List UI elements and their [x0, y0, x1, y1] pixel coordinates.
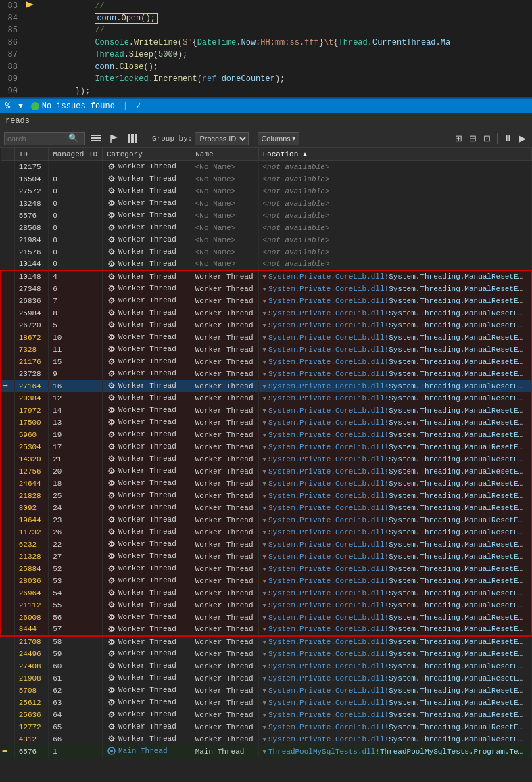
table-row[interactable]: 2740860Worker ThreadWorker Thread▼System… [1, 660, 531, 672]
current-thread-arrow-icon: ➡ [3, 381, 8, 392]
table-row[interactable]: 219840Worker Thread<No Name><not availab… [1, 234, 531, 246]
table-row[interactable]: 1867210Worker ThreadWorker Thread▼System… [1, 331, 531, 344]
table-row[interactable]: 1964423Worker ThreadWorker Thread▼System… [1, 514, 531, 526]
table-row[interactable]: 132480Worker Thread<No Name><not availab… [1, 198, 531, 210]
flag-button[interactable] [107, 132, 122, 145]
location-cell: ▼System.Private.CoreLib.dll!System.Threa… [258, 526, 531, 538]
managed-id-cell: 24 [49, 502, 103, 514]
table-row[interactable]: 259848Worker ThreadWorker Thread▼System.… [1, 307, 531, 319]
table-row[interactable]: 101440Worker Thread<No Name><not availab… [1, 258, 531, 271]
table-row[interactable]: ➡2716416Worker ThreadWorker Thread▼Syste… [1, 380, 531, 392]
category-cell: Worker Thread [103, 478, 191, 488]
table-row[interactable]: 215760Worker Thread<No Name><not availab… [1, 246, 531, 258]
row-indicator-cell [1, 697, 14, 709]
table-row[interactable]: 2190861Worker ThreadWorker Thread▼System… [1, 672, 531, 685]
table-row[interactable]: 2696454Worker ThreadWorker Thread▼System… [1, 587, 531, 599]
thread-name-cell: Worker Thread [191, 551, 258, 563]
managed-id-cell: 10 [49, 331, 103, 344]
thread-name-cell: Worker Thread [191, 502, 258, 514]
resume-all-button[interactable]: ▶ [517, 133, 528, 144]
table-row[interactable]: 2117615Worker ThreadWorker Thread▼System… [1, 356, 531, 368]
shrink-button[interactable]: ⊡ [481, 133, 493, 144]
col-id-header[interactable]: ID [14, 148, 48, 161]
category-cell: Worker Thread [103, 697, 191, 708]
table-row[interactable]: 165040Worker Thread<No Name><not availab… [1, 173, 531, 185]
table-row[interactable]: 844457Worker ThreadWorker Thread▼System.… [1, 624, 531, 636]
table-row[interactable]: 2803653Worker ThreadWorker Thread▼System… [1, 575, 531, 587]
table-row[interactable]: 2563664Worker ThreadWorker Thread▼System… [1, 709, 531, 721]
table-row[interactable]: 2600856Worker ThreadWorker Thread▼System… [1, 612, 531, 624]
table-row[interactable]: 732811Worker ThreadWorker Thread▼System.… [1, 344, 531, 356]
row-indicator-cell [1, 417, 14, 429]
table-row[interactable]: 2038412Worker ThreadWorker Thread▼System… [1, 392, 531, 405]
columns-config-button[interactable] [124, 132, 141, 145]
current-thread-arrow-icon: ➡ [2, 746, 7, 757]
table-row[interactable]: 570862Worker ThreadWorker Thread▼System.… [1, 685, 531, 697]
table-row[interactable]: 1275620Worker ThreadWorker Thread▼System… [1, 465, 531, 478]
table-row[interactable]: 2170858Worker ThreadWorker Thread▼System… [1, 636, 531, 648]
search-box[interactable]: 🔍 [4, 132, 85, 145]
table-row[interactable]: 431266Worker ThreadWorker Thread▼System.… [1, 733, 531, 745]
threads-table: ID Managed ID Category Name Location ▲ 1… [0, 148, 532, 758]
table-row[interactable]: 1173226Worker ThreadWorker Thread▼System… [1, 526, 531, 538]
table-row[interactable]: 275720Worker Thread<No Name><not availab… [1, 185, 531, 198]
table-row[interactable]: 55760Worker Thread<No Name><not availabl… [1, 210, 531, 222]
threads-table-container[interactable]: ID Managed ID Category Name Location ▲ 1… [0, 148, 532, 782]
table-row[interactable]: 1432021Worker ThreadWorker Thread▼System… [1, 453, 531, 465]
line-number-89: 89 [3, 74, 23, 84]
location-cell: ▼System.Private.CoreLib.dll!System.Threa… [258, 283, 531, 295]
table-row[interactable]: 2182825Worker ThreadWorker Thread▼System… [1, 490, 531, 502]
table-row[interactable]: 809224Worker ThreadWorker Thread▼System.… [1, 502, 531, 514]
expand-button[interactable]: ⊞ [453, 133, 464, 144]
table-row[interactable]: 623222Worker ThreadWorker Thread▼System.… [1, 538, 531, 551]
pause-all-button[interactable]: ⏸ [502, 133, 514, 144]
col-category-header[interactable]: Category [102, 148, 191, 161]
thread-name-cell: Worker Thread [191, 685, 258, 697]
collapse-button[interactable]: ⊟ [467, 133, 479, 144]
table-row[interactable]: 273486Worker ThreadWorker Thread▼System.… [1, 283, 531, 295]
table-row[interactable]: 101484Worker ThreadWorker Thread▼System.… [1, 271, 531, 283]
columns-button[interactable]: Columns ▾ [258, 132, 299, 145]
svg-point-38 [111, 336, 112, 338]
thread-name-cell: Worker Thread [191, 538, 258, 551]
col-name-header[interactable]: Name [191, 148, 258, 161]
col-location-header[interactable]: Location ▲ [258, 148, 531, 161]
table-row[interactable]: 596019Worker ThreadWorker Thread▼System.… [1, 429, 531, 441]
code-content-88: conn.Close(); [37, 62, 158, 72]
panel-header: reads [0, 113, 532, 129]
list-view-button[interactable] [88, 132, 104, 145]
table-row[interactable]: 2449659Worker ThreadWorker Thread▼System… [1, 648, 531, 660]
search-icon[interactable]: 🔍 [68, 133, 78, 143]
location-cell: ▼System.Private.CoreLib.dll!System.Threa… [258, 380, 531, 392]
code-line-88: 88 conn.Close(); [0, 61, 532, 73]
table-row[interactable]: 285680Worker Thread<No Name><not availab… [1, 222, 531, 234]
table-row[interactable]: 12175Worker Thread<No Name><not availabl… [1, 161, 531, 173]
worker-thread-gear-icon [107, 478, 116, 488]
thread-name-cell: <No Name> [191, 198, 258, 210]
table-row[interactable]: 268367Worker ThreadWorker Thread▼System.… [1, 295, 531, 307]
table-row[interactable]: 2132827Worker ThreadWorker Thread▼System… [1, 551, 531, 563]
table-row[interactable]: 1277265Worker ThreadWorker Thread▼System… [1, 721, 531, 733]
table-row[interactable]: 2530417Worker ThreadWorker Thread▼System… [1, 441, 531, 453]
thread-name-cell: <No Name> [191, 258, 258, 271]
worker-thread-gear-icon [107, 624, 116, 634]
table-row[interactable]: 1797214Worker ThreadWorker Thread▼System… [1, 405, 531, 417]
group-by-select[interactable]: Process ID [195, 132, 249, 145]
location-cell: ▼System.Private.CoreLib.dll!System.Threa… [258, 441, 531, 453]
table-row[interactable]: 237289Worker ThreadWorker Thread▼System.… [1, 368, 531, 380]
table-row[interactable]: 2464418Worker ThreadWorker Thread▼System… [1, 478, 531, 490]
table-row[interactable]: 1750013Worker ThreadWorker Thread▼System… [1, 417, 531, 429]
search-input[interactable] [7, 135, 68, 143]
table-row[interactable]: 2111255Worker ThreadWorker Thread▼System… [1, 599, 531, 612]
managed-id-cell: 8 [49, 307, 103, 319]
green-circle-icon [31, 102, 39, 110]
col-managed-header[interactable]: Managed ID [49, 148, 103, 161]
table-row[interactable]: 2588452Worker ThreadWorker Thread▼System… [1, 563, 531, 575]
table-row[interactable]: 267205Worker ThreadWorker Thread▼System.… [1, 319, 531, 331]
worker-thread-gear-icon [107, 588, 116, 597]
table-row[interactable]: 2561263Worker ThreadWorker Thread▼System… [1, 697, 531, 709]
table-row[interactable]: ➡65761Main ThreadMain Thread▼ThreadPoolM… [1, 745, 531, 758]
thread-name-cell: Worker Thread [191, 344, 258, 356]
category-cell: Worker Thread [103, 637, 191, 647]
svg-point-70 [111, 531, 112, 532]
